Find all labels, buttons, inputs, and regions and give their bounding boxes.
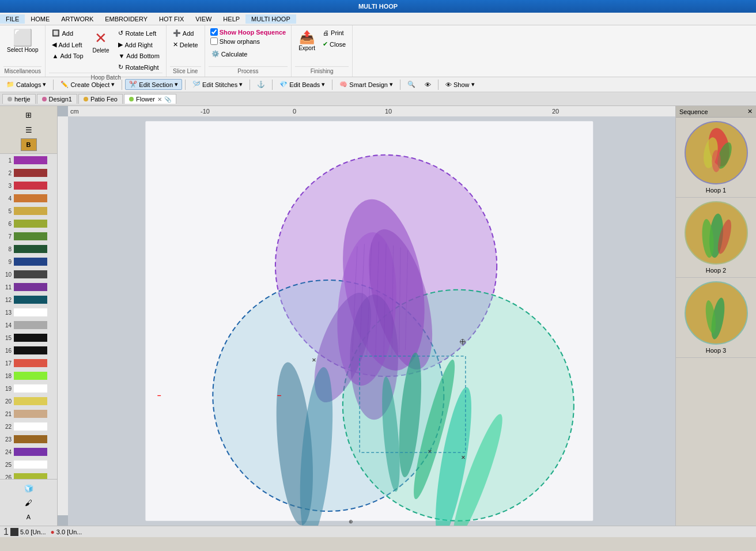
anchor-button[interactable]: ⚓ — [253, 79, 269, 90]
delete-slice-button[interactable]: ✕ Delete — [170, 39, 201, 50]
color-row-8[interactable]: 8 — [0, 243, 52, 255]
list-icon-btn[interactable]: ☰ — [21, 123, 37, 136]
color-row-22[interactable]: 22 — [0, 420, 52, 433]
add-left-button[interactable]: ◀ Add Left — [49, 39, 86, 50]
color-row-25[interactable]: 25 — [0, 458, 52, 471]
status-color-swatch — [10, 528, 18, 536]
calculate-icon: ⚙️ — [211, 50, 220, 58]
zoom-button[interactable]: 🔍 — [403, 79, 419, 90]
menu-artwork[interactable]: ARTWORK — [55, 14, 99, 24]
document-tabs: hertje Design1 Patio Feo Flower ✕ 📎 — [0, 92, 756, 106]
canvas-area: cm -10 0 10 20 — [58, 106, 675, 526]
menu-embroidery[interactable]: EMBROIDERY — [99, 14, 153, 24]
color-row-10[interactable]: 10 — [0, 268, 52, 281]
color-row-17[interactable]: 17 — [0, 357, 52, 369]
show-orphans-row[interactable]: Show orphans — [209, 37, 288, 46]
add-right-button[interactable]: ▶ Add Right — [115, 39, 162, 50]
color-row-24[interactable]: 24 — [0, 446, 52, 458]
design-canvas[interactable]: ✕ ✕ ✕ ⊕ — [68, 116, 675, 526]
add-bottom-button[interactable]: ▼ Add Bottom — [115, 51, 162, 61]
paint-icon-btn[interactable]: 🖌 — [21, 496, 37, 509]
show-orphans-checkbox[interactable] — [210, 37, 218, 45]
status-swatch2: ● 3.0 [Un... — [51, 528, 82, 536]
text-icon-btn[interactable]: A — [21, 511, 37, 523]
color-row-6[interactable]: 6 — [0, 217, 52, 230]
smart-design-button[interactable]: 🧠 Smart Design ▾ — [335, 79, 397, 90]
edit-stitches-button[interactable]: 🪡 Edit Stitches ▾ — [188, 79, 247, 90]
process-title: Process — [209, 66, 288, 74]
export-button[interactable]: 📤 Export — [295, 28, 319, 54]
sequence-hoop1[interactable]: Hoop 1 — [676, 118, 756, 198]
create-object-icon: ✏️ — [61, 81, 69, 88]
hoop1-label: Hoop 1 — [706, 187, 726, 194]
color-row-14[interactable]: 14 — [0, 319, 52, 331]
tab-design1[interactable]: Design1 — [37, 94, 77, 104]
color-row-3[interactable]: 3 — [0, 179, 52, 192]
edit-beads-button[interactable]: 💎 Edit Beads ▾ — [275, 79, 329, 90]
smart-design-icon: 🧠 — [339, 81, 347, 88]
tab-design1-label: Design1 — [49, 96, 72, 103]
tab-patiofeo[interactable]: Patio Feo — [78, 94, 123, 104]
menu-file[interactable]: FILE — [0, 14, 25, 24]
color-num-15: 15 — [1, 335, 12, 341]
3d-icon-btn[interactable]: 🧊 — [21, 482, 37, 495]
close-button[interactable]: ✔ Close — [320, 39, 349, 50]
show-hoop-sequence-row[interactable]: Show Hoop Sequence — [209, 28, 288, 36]
color-row-19[interactable]: 19 — [0, 382, 52, 395]
select-hoop-button[interactable]: ⬜ Select Hoop — [3, 28, 41, 55]
add-button[interactable]: 🔲 Add — [49, 28, 86, 39]
color-row-18[interactable]: 18 — [0, 369, 52, 382]
color-row-13[interactable]: 13 — [0, 306, 52, 319]
grid-icon-btn[interactable]: ⊞ — [21, 108, 37, 121]
tab-flower-close[interactable]: ✕ — [157, 96, 162, 103]
color-row-2[interactable]: 2 — [0, 167, 52, 179]
color-row-5[interactable]: 5 — [0, 205, 52, 217]
menu-home[interactable]: HOME — [25, 14, 55, 24]
color-row-15[interactable]: 15 — [0, 331, 52, 344]
tab-flower[interactable]: Flower ✕ 📎 — [124, 94, 176, 104]
menu-multihoop[interactable]: MULTI HOOP — [245, 14, 296, 24]
color-row-20[interactable]: 20 — [0, 395, 52, 407]
tab-hertje[interactable]: hertje — [2, 94, 36, 104]
color-row-12[interactable]: 12 — [0, 293, 52, 306]
close-icon: ✔ — [323, 40, 328, 48]
print-button[interactable]: 🖨 Print — [320, 28, 349, 38]
menu-help[interactable]: HELP — [217, 14, 245, 24]
rotate-right-button[interactable]: ↻ RotateRight — [115, 62, 162, 73]
tab-flower-extra-icon[interactable]: 📎 — [164, 96, 171, 103]
color-row-7[interactable]: 7 — [0, 230, 52, 243]
show-hoop-sequence-checkbox[interactable] — [210, 28, 218, 36]
catalogs-button[interactable]: 📁 Catalogs ▾ — [2, 79, 50, 90]
menu-hotfix[interactable]: HOT FIX — [153, 14, 190, 24]
sequence-hoop3[interactable]: Hoop 3 — [676, 278, 756, 358]
create-object-button[interactable]: ✏️ Create Object ▾ — [56, 79, 119, 90]
show-button[interactable]: 👁 Show ▾ — [441, 79, 479, 90]
color-row-11[interactable]: 11 — [0, 281, 52, 293]
color-b-btn[interactable]: B — [21, 138, 37, 151]
view-icon: 👁 — [425, 81, 431, 88]
add-top-button[interactable]: ▲ Add Top — [49, 51, 86, 61]
add-label: Add — [62, 30, 73, 37]
color-row-16[interactable]: 16 — [0, 344, 52, 357]
add-slice-icon: ➕ — [173, 29, 181, 37]
edit-section-button[interactable]: ✂️ Edit Section ▾ — [125, 79, 182, 90]
miscellaneous-title: Miscellaneous — [3, 66, 41, 74]
sequence-close-icon[interactable]: ✕ — [747, 108, 753, 115]
color-row-9[interactable]: 9 — [0, 255, 52, 268]
calculate-button[interactable]: ⚙️ Calculate — [209, 48, 288, 59]
color-row-26[interactable]: 26 — [0, 471, 52, 479]
color-num-22: 22 — [1, 424, 12, 430]
color-row-21[interactable]: 21 — [0, 407, 52, 420]
rotate-left-button[interactable]: ↺ Rotate Left — [115, 28, 162, 39]
color-row-23[interactable]: 23 — [0, 433, 52, 446]
add-slice-button[interactable]: ➕ Add — [170, 28, 201, 39]
sequence-hoop2[interactable]: Hoop 2 — [676, 198, 756, 278]
delete-button[interactable]: ✕ Delete — [88, 28, 115, 55]
color-row-1[interactable]: 1 — [0, 154, 52, 167]
color-num-20: 20 — [1, 398, 12, 405]
menu-view[interactable]: VIEW — [190, 14, 217, 24]
view-button[interactable]: 👁 — [421, 80, 435, 90]
add-right-icon: ▶ — [118, 41, 123, 48]
color-row-4[interactable]: 4 — [0, 192, 52, 205]
finishing-title: Finishing — [295, 66, 349, 74]
